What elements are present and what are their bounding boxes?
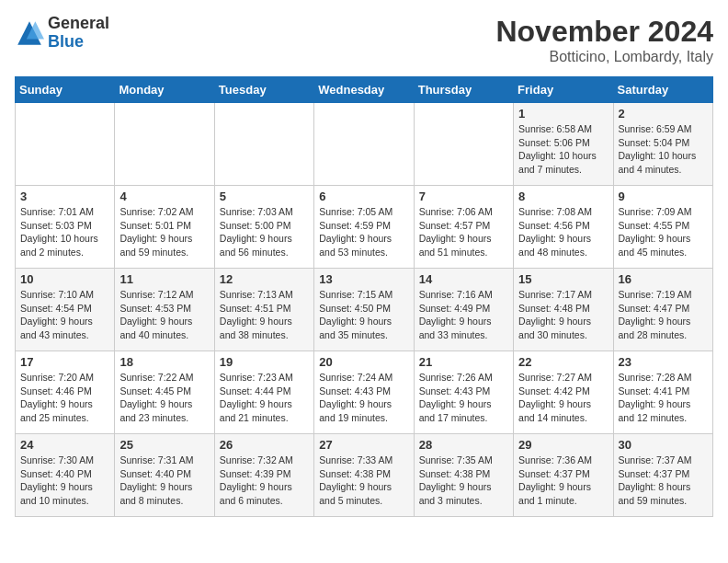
- calendar-cell: 29Sunrise: 7:36 AM Sunset: 4:37 PM Dayli…: [514, 434, 613, 517]
- calendar-cell: 24Sunrise: 7:30 AM Sunset: 4:40 PM Dayli…: [16, 434, 115, 517]
- day-info: Sunrise: 7:13 AM Sunset: 4:51 PM Dayligh…: [220, 288, 309, 342]
- day-number: 13: [319, 272, 408, 286]
- calendar-cell: 2Sunrise: 6:59 AM Sunset: 5:04 PM Daylig…: [613, 103, 712, 186]
- day-info: Sunrise: 7:23 AM Sunset: 4:44 PM Dayligh…: [220, 371, 309, 425]
- day-number: 7: [419, 190, 508, 203]
- day-number: 28: [419, 438, 508, 452]
- logo-icon: [15, 18, 44, 48]
- day-info: Sunrise: 7:17 AM Sunset: 4:48 PM Dayligh…: [518, 288, 608, 342]
- day-number: 6: [319, 190, 408, 203]
- day-info: Sunrise: 7:27 AM Sunset: 4:42 PM Dayligh…: [518, 371, 608, 425]
- day-info: Sunrise: 7:37 AM Sunset: 4:37 PM Dayligh…: [619, 454, 708, 508]
- title-section: November 2024 Botticino, Lombardy, Italy: [495, 15, 713, 65]
- day-info: Sunrise: 7:20 AM Sunset: 4:46 PM Dayligh…: [20, 371, 109, 425]
- day-number: 18: [119, 355, 209, 369]
- day-info: Sunrise: 7:15 AM Sunset: 4:50 PM Dayligh…: [319, 288, 408, 342]
- day-number: 16: [619, 272, 708, 286]
- logo-text: General Blue: [48, 15, 109, 52]
- header-wednesday: Wednesday: [314, 77, 414, 103]
- header-sunday: Sunday: [16, 77, 115, 103]
- calendar-cell: 8Sunrise: 7:08 AM Sunset: 4:56 PM Daylig…: [514, 186, 613, 269]
- calendar-cell: 25Sunrise: 7:31 AM Sunset: 4:40 PM Dayli…: [115, 434, 214, 517]
- calendar-header-row: SundayMondayTuesdayWednesdayThursdayFrid…: [16, 77, 713, 103]
- calendar-cell: 3Sunrise: 7:01 AM Sunset: 5:03 PM Daylig…: [16, 186, 115, 269]
- calendar-cell: [414, 103, 513, 186]
- day-number: 24: [20, 438, 109, 452]
- day-number: 4: [119, 190, 209, 203]
- day-info: Sunrise: 7:22 AM Sunset: 4:45 PM Dayligh…: [119, 371, 209, 425]
- calendar-cell: 9Sunrise: 7:09 AM Sunset: 4:55 PM Daylig…: [613, 186, 712, 269]
- calendar-cell: 5Sunrise: 7:03 AM Sunset: 5:00 PM Daylig…: [214, 186, 313, 269]
- header-tuesday: Tuesday: [214, 77, 313, 103]
- day-info: Sunrise: 7:06 AM Sunset: 4:57 PM Dayligh…: [419, 205, 508, 259]
- day-number: 9: [619, 190, 708, 203]
- day-info: Sunrise: 7:19 AM Sunset: 4:47 PM Dayligh…: [619, 288, 708, 342]
- day-info: Sunrise: 7:09 AM Sunset: 4:55 PM Dayligh…: [619, 205, 708, 259]
- calendar-cell: [115, 103, 214, 186]
- calendar-cell: 16Sunrise: 7:19 AM Sunset: 4:47 PM Dayli…: [613, 269, 712, 351]
- calendar-week-4: 24Sunrise: 7:30 AM Sunset: 4:40 PM Dayli…: [16, 434, 713, 517]
- calendar-cell: 22Sunrise: 7:27 AM Sunset: 4:42 PM Dayli…: [514, 351, 613, 434]
- day-number: 30: [619, 438, 708, 452]
- day-number: 21: [419, 355, 508, 369]
- calendar-cell: 4Sunrise: 7:02 AM Sunset: 5:01 PM Daylig…: [115, 186, 214, 269]
- day-number: 26: [220, 438, 309, 452]
- day-number: 20: [319, 355, 408, 369]
- day-number: 12: [220, 272, 309, 286]
- day-info: Sunrise: 7:26 AM Sunset: 4:43 PM Dayligh…: [419, 371, 508, 425]
- day-info: Sunrise: 7:16 AM Sunset: 4:49 PM Dayligh…: [419, 288, 508, 342]
- calendar-cell: 18Sunrise: 7:22 AM Sunset: 4:45 PM Dayli…: [115, 351, 214, 434]
- day-number: 25: [119, 438, 209, 452]
- calendar-cell: 30Sunrise: 7:37 AM Sunset: 4:37 PM Dayli…: [613, 434, 712, 517]
- day-info: Sunrise: 7:12 AM Sunset: 4:53 PM Dayligh…: [119, 288, 209, 342]
- calendar-cell: [314, 103, 414, 186]
- location-subtitle: Botticino, Lombardy, Italy: [495, 49, 713, 65]
- day-info: Sunrise: 7:05 AM Sunset: 4:59 PM Dayligh…: [319, 205, 408, 259]
- day-number: 23: [619, 355, 708, 369]
- day-info: Sunrise: 7:24 AM Sunset: 4:43 PM Dayligh…: [319, 371, 408, 425]
- calendar-cell: 19Sunrise: 7:23 AM Sunset: 4:44 PM Dayli…: [214, 351, 313, 434]
- day-number: 5: [220, 190, 309, 203]
- calendar-week-2: 10Sunrise: 7:10 AM Sunset: 4:54 PM Dayli…: [16, 269, 713, 351]
- calendar-week-1: 3Sunrise: 7:01 AM Sunset: 5:03 PM Daylig…: [16, 186, 713, 269]
- header-monday: Monday: [115, 77, 214, 103]
- day-info: Sunrise: 7:02 AM Sunset: 5:01 PM Dayligh…: [119, 205, 209, 259]
- calendar-cell: 28Sunrise: 7:35 AM Sunset: 4:38 PM Dayli…: [414, 434, 513, 517]
- day-info: Sunrise: 7:36 AM Sunset: 4:37 PM Dayligh…: [518, 454, 608, 508]
- header: General Blue November 2024 Botticino, Lo…: [15, 15, 713, 65]
- day-number: 22: [518, 355, 608, 369]
- day-info: Sunrise: 7:35 AM Sunset: 4:38 PM Dayligh…: [419, 454, 508, 508]
- header-friday: Friday: [514, 77, 613, 103]
- day-number: 27: [319, 438, 408, 452]
- day-info: Sunrise: 7:10 AM Sunset: 4:54 PM Dayligh…: [20, 288, 109, 342]
- day-info: Sunrise: 7:28 AM Sunset: 4:41 PM Dayligh…: [619, 371, 708, 425]
- day-number: 14: [419, 272, 508, 286]
- day-number: 8: [518, 190, 608, 203]
- calendar-cell: 14Sunrise: 7:16 AM Sunset: 4:49 PM Dayli…: [414, 269, 513, 351]
- day-info: Sunrise: 6:58 AM Sunset: 5:06 PM Dayligh…: [518, 122, 608, 177]
- logo: General Blue: [15, 15, 109, 52]
- day-number: 17: [20, 355, 109, 369]
- day-info: Sunrise: 7:01 AM Sunset: 5:03 PM Dayligh…: [20, 205, 109, 259]
- day-info: Sunrise: 7:08 AM Sunset: 4:56 PM Dayligh…: [518, 205, 608, 259]
- calendar-cell: 11Sunrise: 7:12 AM Sunset: 4:53 PM Dayli…: [115, 269, 214, 351]
- header-saturday: Saturday: [613, 77, 712, 103]
- calendar-cell: 21Sunrise: 7:26 AM Sunset: 4:43 PM Dayli…: [414, 351, 513, 434]
- day-number: 11: [119, 272, 209, 286]
- day-number: 10: [20, 272, 109, 286]
- calendar-table: SundayMondayTuesdayWednesdayThursdayFrid…: [15, 76, 713, 517]
- calendar-cell: 6Sunrise: 7:05 AM Sunset: 4:59 PM Daylig…: [314, 186, 414, 269]
- day-info: Sunrise: 7:30 AM Sunset: 4:40 PM Dayligh…: [20, 454, 109, 508]
- calendar-cell: 13Sunrise: 7:15 AM Sunset: 4:50 PM Dayli…: [314, 269, 414, 351]
- calendar-cell: 23Sunrise: 7:28 AM Sunset: 4:41 PM Dayli…: [613, 351, 712, 434]
- day-number: 19: [220, 355, 309, 369]
- header-thursday: Thursday: [414, 77, 513, 103]
- calendar-cell: 10Sunrise: 7:10 AM Sunset: 4:54 PM Dayli…: [16, 269, 115, 351]
- day-info: Sunrise: 7:33 AM Sunset: 4:38 PM Dayligh…: [319, 454, 408, 508]
- calendar-cell: 12Sunrise: 7:13 AM Sunset: 4:51 PM Dayli…: [214, 269, 313, 351]
- month-title: November 2024: [495, 15, 713, 49]
- calendar-week-0: 1Sunrise: 6:58 AM Sunset: 5:06 PM Daylig…: [16, 103, 713, 186]
- day-info: Sunrise: 7:31 AM Sunset: 4:40 PM Dayligh…: [119, 454, 209, 508]
- day-number: 3: [20, 190, 109, 203]
- calendar-cell: 27Sunrise: 7:33 AM Sunset: 4:38 PM Dayli…: [314, 434, 414, 517]
